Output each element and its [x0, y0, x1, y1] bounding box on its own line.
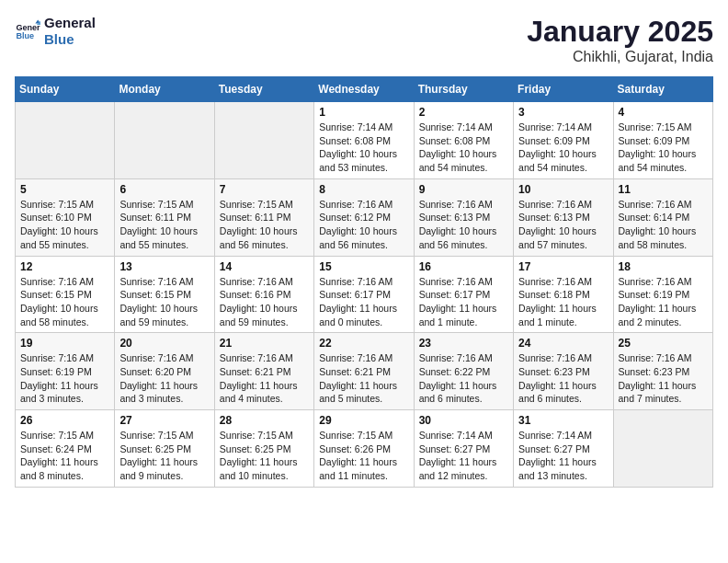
day-number: 3: [518, 106, 608, 119]
calendar-cell: 6Sunrise: 7:15 AM Sunset: 6:11 PM Daylig…: [115, 178, 214, 256]
day-number: 21: [220, 337, 309, 350]
day-info: Sunrise: 7:16 AM Sunset: 6:21 PM Dayligh…: [220, 351, 309, 406]
calendar-cell: 29Sunrise: 7:15 AM Sunset: 6:26 PM Dayli…: [314, 410, 414, 488]
column-header-sunday: Sunday: [16, 77, 115, 102]
month-title: January 2025: [527, 15, 713, 49]
day-info: Sunrise: 7:15 AM Sunset: 6:26 PM Dayligh…: [319, 429, 408, 483]
logo-text: GeneralBlue: [44, 15, 96, 48]
calendar-cell: 30Sunrise: 7:14 AM Sunset: 6:27 PM Dayli…: [414, 410, 513, 488]
logo-icon: General Blue: [15, 18, 40, 44]
day-info: Sunrise: 7:14 AM Sunset: 6:09 PM Dayligh…: [518, 121, 608, 175]
day-info: Sunrise: 7:16 AM Sunset: 6:15 PM Dayligh…: [20, 275, 109, 329]
calendar-table: SundayMondayTuesdayWednesdayThursdayFrid…: [15, 76, 713, 488]
calendar-cell: 31Sunrise: 7:14 AM Sunset: 6:27 PM Dayli…: [514, 410, 613, 488]
day-number: 16: [419, 260, 508, 273]
calendar-cell: 12Sunrise: 7:16 AM Sunset: 6:15 PM Dayli…: [16, 256, 115, 333]
calendar-cell: 24Sunrise: 7:16 AM Sunset: 6:23 PM Dayli…: [514, 333, 613, 410]
calendar-cell: 21Sunrise: 7:16 AM Sunset: 6:21 PM Dayli…: [214, 333, 313, 410]
day-info: Sunrise: 7:16 AM Sunset: 6:23 PM Dayligh…: [518, 351, 608, 406]
day-info: Sunrise: 7:14 AM Sunset: 6:08 PM Dayligh…: [319, 121, 408, 175]
day-info: Sunrise: 7:16 AM Sunset: 6:19 PM Dayligh…: [20, 351, 109, 406]
day-info: Sunrise: 7:16 AM Sunset: 6:12 PM Dayligh…: [319, 198, 408, 252]
day-number: 17: [518, 260, 608, 273]
week-row-3: 12Sunrise: 7:16 AM Sunset: 6:15 PM Dayli…: [16, 256, 713, 333]
calendar-cell: [613, 410, 712, 488]
day-info: Sunrise: 7:16 AM Sunset: 6:13 PM Dayligh…: [419, 198, 508, 252]
day-info: Sunrise: 7:16 AM Sunset: 6:23 PM Dayligh…: [619, 351, 708, 406]
week-row-2: 5Sunrise: 7:15 AM Sunset: 6:10 PM Daylig…: [16, 178, 713, 256]
day-number: 8: [319, 183, 408, 196]
logo: General Blue GeneralBlue: [15, 15, 96, 48]
day-number: 7: [220, 183, 309, 196]
location-subtitle: Chikhli, Gujarat, India: [527, 49, 713, 65]
day-info: Sunrise: 7:15 AM Sunset: 6:11 PM Dayligh…: [220, 198, 309, 252]
calendar-cell: [115, 102, 214, 179]
week-row-4: 19Sunrise: 7:16 AM Sunset: 6:19 PM Dayli…: [16, 333, 713, 410]
day-number: 14: [220, 260, 309, 273]
day-number: 30: [419, 414, 508, 427]
calendar-cell: 16Sunrise: 7:16 AM Sunset: 6:17 PM Dayli…: [414, 256, 513, 333]
day-info: Sunrise: 7:15 AM Sunset: 6:25 PM Dayligh…: [220, 429, 309, 483]
svg-text:Blue: Blue: [16, 31, 34, 40]
svg-text:General: General: [16, 23, 40, 32]
day-info: Sunrise: 7:15 AM Sunset: 6:09 PM Dayligh…: [619, 121, 708, 175]
calendar-cell: 23Sunrise: 7:16 AM Sunset: 6:22 PM Dayli…: [414, 333, 513, 410]
day-number: 9: [419, 183, 508, 196]
day-info: Sunrise: 7:16 AM Sunset: 6:19 PM Dayligh…: [619, 275, 708, 329]
calendar-cell: 20Sunrise: 7:16 AM Sunset: 6:20 PM Dayli…: [115, 333, 214, 410]
day-info: Sunrise: 7:15 AM Sunset: 6:11 PM Dayligh…: [119, 198, 209, 252]
calendar-cell: 22Sunrise: 7:16 AM Sunset: 6:21 PM Dayli…: [314, 333, 414, 410]
day-info: Sunrise: 7:16 AM Sunset: 6:17 PM Dayligh…: [419, 275, 508, 329]
day-number: 1: [319, 106, 408, 119]
calendar-cell: 18Sunrise: 7:16 AM Sunset: 6:19 PM Dayli…: [613, 256, 712, 333]
calendar-cell: 5Sunrise: 7:15 AM Sunset: 6:10 PM Daylig…: [16, 178, 115, 256]
day-info: Sunrise: 7:16 AM Sunset: 6:14 PM Dayligh…: [619, 198, 708, 252]
day-number: 2: [419, 106, 508, 119]
day-number: 20: [119, 337, 209, 350]
day-info: Sunrise: 7:15 AM Sunset: 6:25 PM Dayligh…: [119, 429, 209, 483]
day-number: 15: [319, 260, 408, 273]
column-header-tuesday: Tuesday: [214, 77, 313, 102]
day-number: 5: [20, 183, 109, 196]
calendar-cell: 10Sunrise: 7:16 AM Sunset: 6:13 PM Dayli…: [514, 178, 613, 256]
calendar-cell: 11Sunrise: 7:16 AM Sunset: 6:14 PM Dayli…: [613, 178, 712, 256]
calendar-cell: 25Sunrise: 7:16 AM Sunset: 6:23 PM Dayli…: [613, 333, 712, 410]
day-number: 13: [119, 260, 209, 273]
calendar-cell: 27Sunrise: 7:15 AM Sunset: 6:25 PM Dayli…: [115, 410, 214, 488]
column-header-thursday: Thursday: [414, 77, 513, 102]
day-info: Sunrise: 7:14 AM Sunset: 6:27 PM Dayligh…: [419, 429, 508, 483]
title-block: January 2025 Chikhli, Gujarat, India: [527, 15, 713, 65]
calendar-cell: 13Sunrise: 7:16 AM Sunset: 6:15 PM Dayli…: [115, 256, 214, 333]
calendar-cell: 1Sunrise: 7:14 AM Sunset: 6:08 PM Daylig…: [314, 102, 414, 179]
calendar-cell: 9Sunrise: 7:16 AM Sunset: 6:13 PM Daylig…: [414, 178, 513, 256]
day-number: 22: [319, 337, 408, 350]
day-number: 19: [20, 337, 109, 350]
calendar-cell: 8Sunrise: 7:16 AM Sunset: 6:12 PM Daylig…: [314, 178, 414, 256]
day-number: 24: [518, 337, 608, 350]
calendar-cell: 4Sunrise: 7:15 AM Sunset: 6:09 PM Daylig…: [613, 102, 712, 179]
day-info: Sunrise: 7:16 AM Sunset: 6:17 PM Dayligh…: [319, 275, 408, 329]
day-info: Sunrise: 7:16 AM Sunset: 6:16 PM Dayligh…: [220, 275, 309, 329]
day-info: Sunrise: 7:14 AM Sunset: 6:08 PM Dayligh…: [419, 121, 508, 175]
day-number: 11: [619, 183, 708, 196]
day-number: 25: [619, 337, 708, 350]
column-header-monday: Monday: [115, 77, 214, 102]
day-info: Sunrise: 7:14 AM Sunset: 6:27 PM Dayligh…: [518, 429, 608, 483]
day-number: 28: [220, 414, 309, 427]
day-number: 4: [619, 106, 708, 119]
day-info: Sunrise: 7:15 AM Sunset: 6:24 PM Dayligh…: [20, 429, 109, 483]
calendar-cell: [214, 102, 313, 179]
calendar-cell: 3Sunrise: 7:14 AM Sunset: 6:09 PM Daylig…: [514, 102, 613, 179]
day-number: 27: [119, 414, 209, 427]
day-number: 18: [619, 260, 708, 273]
day-info: Sunrise: 7:16 AM Sunset: 6:18 PM Dayligh…: [518, 275, 608, 329]
day-info: Sunrise: 7:16 AM Sunset: 6:21 PM Dayligh…: [319, 351, 408, 406]
page-header: General Blue GeneralBlue January 2025 Ch…: [15, 15, 713, 65]
day-info: Sunrise: 7:15 AM Sunset: 6:10 PM Dayligh…: [20, 198, 109, 252]
day-number: 31: [518, 414, 608, 427]
day-number: 29: [319, 414, 408, 427]
calendar-cell: 17Sunrise: 7:16 AM Sunset: 6:18 PM Dayli…: [514, 256, 613, 333]
calendar-cell: 15Sunrise: 7:16 AM Sunset: 6:17 PM Dayli…: [314, 256, 414, 333]
calendar-cell: [16, 102, 115, 179]
day-number: 6: [119, 183, 209, 196]
